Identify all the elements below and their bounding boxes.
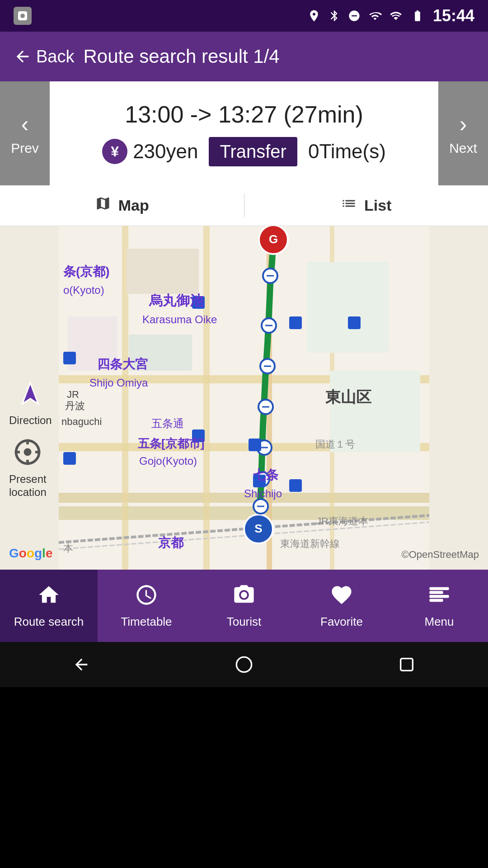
bottom-nav: Route search Timetable Tourist Favorite …	[0, 570, 488, 642]
tab-bar: Map List	[0, 185, 488, 226]
next-label: Next	[449, 141, 477, 156]
map-tab-icon	[95, 195, 111, 216]
status-left	[14, 7, 32, 25]
nav-tourist-label: Tourist	[227, 615, 262, 629]
svg-text:五条[京都市]: 五条[京都市]	[138, 437, 204, 450]
nav-favorite-label: Favorite	[320, 615, 363, 629]
nav-tourist[interactable]: Tourist	[195, 570, 293, 642]
prev-button[interactable]: ‹ Prev	[0, 81, 50, 185]
home-system-button[interactable]	[230, 651, 258, 678]
svg-text:o(Kyoto): o(Kyoto)	[63, 284, 104, 296]
svg-text:S: S	[254, 522, 262, 535]
yen-symbol: ¥	[102, 139, 127, 164]
tab-map[interactable]: Map	[0, 185, 244, 226]
svg-text:JR: JR	[67, 389, 79, 400]
map-copyright: ©OpenStreetMap	[401, 549, 479, 561]
svg-rect-41	[289, 479, 302, 492]
direction-label: Direction	[9, 414, 52, 427]
svg-text:七条: 七条	[253, 468, 279, 482]
app-icon	[14, 7, 32, 25]
google-logo: Google	[9, 546, 52, 561]
map-svg: S G	[0, 226, 488, 570]
signal-icon	[389, 9, 402, 22]
svg-rect-6	[59, 506, 429, 520]
next-arrow-icon: ›	[460, 111, 467, 137]
svg-text:nbaguchi: nbaguchi	[61, 416, 102, 427]
clock-icon	[134, 583, 159, 610]
svg-text:Shichijo: Shichijo	[244, 487, 282, 500]
status-bar: 15:44	[0, 0, 488, 32]
menu-icon	[427, 583, 452, 610]
nav-timetable[interactable]: Timetable	[98, 570, 195, 642]
svg-text:Shijo Omiya: Shijo Omiya	[89, 377, 148, 389]
svg-text:東山区: 東山区	[325, 388, 371, 406]
wifi-icon	[368, 9, 382, 22]
copyright-text: ©OpenStreetMap	[401, 549, 479, 560]
transfer-times: 0Time(s)	[308, 140, 386, 163]
status-right: 15:44	[307, 6, 474, 25]
route-time: 13:00 -> 13:27 (27min)	[125, 101, 363, 128]
svg-rect-72	[429, 587, 449, 590]
next-button[interactable]: › Next	[438, 81, 488, 185]
nav-route-search-label: Route search	[14, 615, 84, 629]
location-icon	[9, 434, 46, 470]
svg-text:国道１号: 国道１号	[315, 439, 355, 450]
svg-text:条(京都): 条(京都)	[63, 264, 110, 278]
list-tab-icon	[341, 195, 357, 216]
svg-rect-37	[289, 316, 302, 329]
svg-rect-14	[307, 262, 389, 353]
page-title: Route search result 1/4	[83, 46, 279, 67]
transfer-badge: Transfer	[209, 137, 297, 166]
list-tab-label: List	[364, 197, 391, 214]
price-amount: 230yen	[133, 140, 198, 163]
svg-rect-75	[429, 599, 443, 602]
nav-menu[interactable]: Menu	[390, 570, 488, 642]
direction-button[interactable]: Direction	[9, 375, 52, 427]
svg-text:Gojo(Kyoto): Gojo(Kyoto)	[139, 455, 197, 467]
svg-point-67	[24, 448, 32, 456]
svg-rect-43	[63, 352, 76, 364]
back-system-button[interactable]	[68, 651, 95, 678]
svg-rect-11	[127, 249, 199, 294]
svg-rect-77	[401, 659, 413, 671]
direction-icon	[12, 375, 48, 411]
back-button[interactable]: Back	[14, 47, 74, 66]
header: Back Route search result 1/4	[0, 32, 488, 81]
nav-favorite[interactable]: Favorite	[293, 570, 390, 642]
present-location-button[interactable]: Presentlocation	[9, 434, 47, 499]
svg-marker-65	[23, 383, 38, 404]
location-status-icon	[307, 9, 321, 23]
svg-text:四条大宮: 四条大宮	[97, 357, 148, 371]
tab-list[interactable]: List	[244, 185, 488, 226]
svg-rect-8	[203, 226, 210, 570]
nav-menu-label: Menu	[424, 615, 454, 629]
svg-text:五条通: 五条通	[151, 417, 184, 429]
route-card-wrapper: ‹ Prev 13:00 -> 13:27 (27min) ¥ 230yen T…	[0, 81, 488, 185]
svg-text:東海道新幹線: 東海道新幹線	[280, 538, 340, 549]
system-nav	[0, 642, 488, 687]
prev-label: Prev	[11, 141, 39, 156]
svg-rect-74	[429, 595, 449, 598]
route-details: ¥ 230yen Transfer 0Time(s)	[102, 137, 386, 166]
svg-text:Karasuma Oike: Karasuma Oike	[142, 313, 217, 326]
status-time: 15:44	[433, 6, 474, 25]
svg-text:京都: 京都	[158, 535, 184, 550]
nav-route-search[interactable]: Route search	[0, 570, 98, 642]
route-info-card: 13:00 -> 13:27 (27min) ¥ 230yen Transfer…	[50, 81, 438, 185]
svg-point-76	[236, 657, 251, 672]
present-location-label: Presentlocation	[9, 473, 47, 499]
svg-text:本: 本	[63, 542, 73, 554]
home-icon	[36, 583, 61, 610]
svg-rect-73	[429, 591, 443, 594]
back-arrow-icon	[14, 47, 32, 66]
prev-arrow-icon: ‹	[21, 111, 29, 137]
recents-system-button[interactable]	[393, 651, 420, 678]
bluetooth-icon	[328, 9, 341, 22]
back-label: Back	[36, 47, 74, 66]
nav-timetable-label: Timetable	[121, 615, 172, 629]
svg-rect-44	[63, 452, 76, 465]
price-badge: ¥ 230yen	[102, 139, 198, 164]
svg-rect-42	[348, 316, 361, 329]
svg-text:JR東海道本: JR東海道本	[316, 515, 368, 527]
heart-icon	[329, 583, 354, 610]
